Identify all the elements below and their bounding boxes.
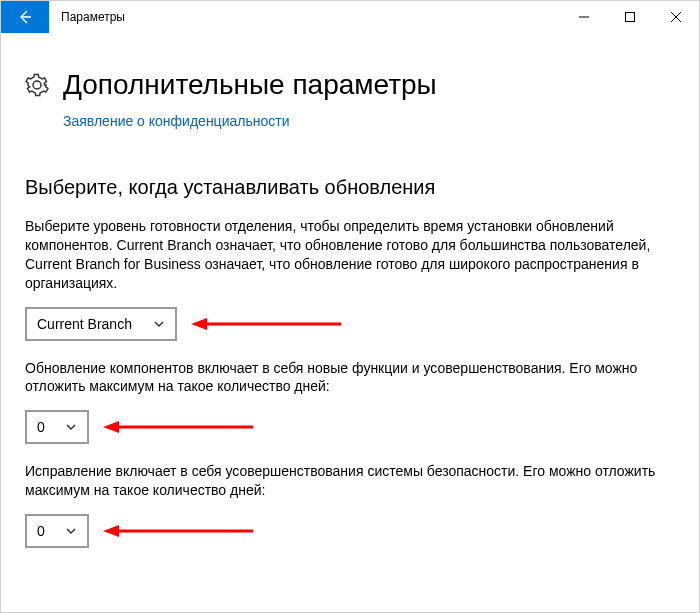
branch-description: Выберите уровень готовности отделения, ч… [25,217,675,293]
quality-defer-days-value: 0 [37,523,45,539]
annotation-arrow-3 [103,521,253,541]
close-icon [671,12,681,22]
quality-defer-description: Исправление включает в себя усовершенств… [25,462,675,500]
minimize-icon [579,12,589,22]
chevron-down-icon [153,318,165,330]
privacy-link[interactable]: Заявление о конфиденциальности [63,113,289,129]
gear-icon [25,73,49,97]
back-button[interactable] [1,1,49,33]
section-heading: Выберите, когда устанавливать обновления [25,176,675,199]
chevron-down-icon [65,421,77,433]
feature-defer-days-value: 0 [37,419,45,435]
window-controls [561,1,699,33]
svg-marker-6 [191,318,207,330]
annotation-arrow-1 [191,314,341,334]
page-title: Дополнительные параметры [63,69,437,101]
maximize-icon [625,12,635,22]
branch-value: Current Branch [37,316,132,332]
maximize-button[interactable] [607,1,653,33]
quality-defer-days-select[interactable]: 0 [25,514,89,548]
chevron-down-icon [65,525,77,537]
svg-marker-8 [103,421,119,433]
titlebar: Параметры [1,1,699,33]
window-title: Параметры [49,1,561,33]
page-header: Дополнительные параметры [25,69,675,101]
minimize-button[interactable] [561,1,607,33]
feature-defer-days-select[interactable]: 0 [25,410,89,444]
feature-defer-description: Обновление компонентов включает в себя н… [25,359,675,397]
branch-readiness-select[interactable]: Current Branch [25,307,177,341]
arrow-left-icon [17,9,33,25]
svg-marker-10 [103,525,119,537]
annotation-arrow-2 [103,417,253,437]
svg-rect-2 [626,13,635,22]
content-area: Дополнительные параметры Заявление о кон… [1,33,699,548]
close-button[interactable] [653,1,699,33]
